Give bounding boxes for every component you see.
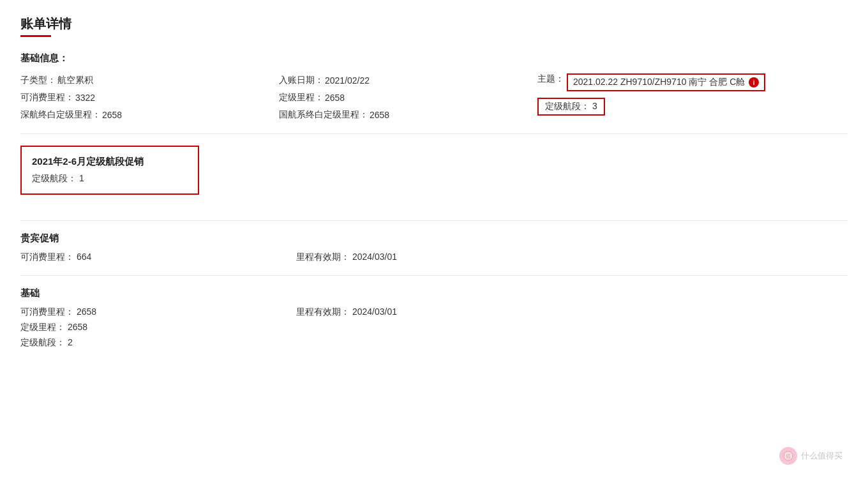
entry-date-row: 入账日期： 2021/02/22 xyxy=(279,73,537,87)
basic-col1: 子类型： 航空累积 可消费里程： 3322 深航终白定级里程： 2658 xyxy=(20,73,279,122)
basic-col2: 入账日期： 2021/02/22 定级里程： 2658 国航系终白定级里程： 2… xyxy=(279,73,537,122)
base-info-grid: 可消费里程： 2658 里程有效期： 2024/03/01 定级里程： 2658… xyxy=(20,306,848,349)
shenhang-miles-value: 2658 xyxy=(102,110,122,120)
shenhang-miles-row: 深航终白定级里程： 2658 xyxy=(20,108,279,122)
dingji-value: 3 xyxy=(592,101,597,111)
rating-miles-row: 定级里程： 2658 xyxy=(279,91,537,105)
vip-consumable-miles: 可消费里程： 664 xyxy=(20,251,296,264)
guohang-miles-label: 国航系终白定级里程： xyxy=(279,109,368,121)
vip-consumable-label: 可消费里程： xyxy=(20,252,74,262)
entry-date-label: 入账日期： xyxy=(279,75,324,86)
consumable-miles-label: 可消费里程： xyxy=(20,92,74,103)
base-expire-date: 里程有效期： 2024/03/01 xyxy=(296,306,572,319)
base-section: 基础 可消费里程： 2658 里程有效期： 2024/03/01 定级里程： 2… xyxy=(20,287,848,349)
base-consumable-value: 2658 xyxy=(77,306,96,317)
subject-highlight-box: 2021.02.22 ZH9710/ZH9710 南宁 合肥 C舱 i xyxy=(567,73,765,91)
rating-miles-value: 2658 xyxy=(325,93,345,103)
promotion-dingji-label: 定级航段： xyxy=(32,173,77,183)
subject-label: 主题： xyxy=(537,73,564,85)
vip-expire-date: 里程有效期： 2024/03/01 xyxy=(296,251,572,264)
promotion-box: 2021年2-6月定级航段促销 定级航段： 1 xyxy=(20,146,199,195)
basic-col3: 主题： 2021.02.22 ZH9710/ZH9710 南宁 合肥 C舱 i … xyxy=(537,73,848,122)
promotion-detail: 定级航段： 1 xyxy=(32,173,188,185)
guohang-miles-row: 国航系终白定级里程： 2658 xyxy=(279,108,537,122)
divider-3 xyxy=(20,275,848,276)
title-underline xyxy=(20,35,51,37)
promotion-section: 2021年2-6月定级航段促销 定级航段： 1 xyxy=(20,146,848,208)
consumable-miles-value: 3322 xyxy=(75,93,95,103)
watermark-icon: 值 xyxy=(779,447,797,465)
base-rating-value: 2658 xyxy=(68,322,87,332)
promotion-title: 2021年2-6月定级航段促销 xyxy=(32,156,188,168)
watermark-text: 什么值得买 xyxy=(801,450,842,462)
base-consumable-miles: 可消费里程： 2658 xyxy=(20,306,296,319)
dingji-highlight-box: 定级航段： 3 xyxy=(537,98,605,116)
divider-2 xyxy=(20,220,848,221)
rating-miles-label: 定级里程： xyxy=(279,92,324,103)
base-expire-value: 2024/03/01 xyxy=(352,306,397,317)
entry-date-value: 2021/02/22 xyxy=(325,75,370,86)
guohang-miles-value: 2658 xyxy=(370,110,389,120)
vip-expire-value: 2024/03/01 xyxy=(352,252,397,262)
base-dingji-label: 定级航段： xyxy=(20,337,65,347)
subtype-row: 子类型： 航空累积 xyxy=(20,73,279,87)
info-icon: i xyxy=(749,77,759,87)
subject-value: 2021.02.22 ZH9710/ZH9710 南宁 合肥 C舱 xyxy=(573,77,745,88)
basic-info-section: 基础信息： 子类型： 航空累积 可消费里程： 3322 深航终白定级里程： 26… xyxy=(20,52,848,122)
shenhang-miles-label: 深航终白定级里程： xyxy=(20,109,101,121)
divider-1 xyxy=(20,133,848,134)
page-container: 账单详情 基础信息： 子类型： 航空累积 可消费里程： 3322 深航终白定级里… xyxy=(0,0,868,484)
basic-info-title: 基础信息： xyxy=(20,52,848,64)
dingji-label: 定级航段： xyxy=(545,101,590,111)
base-rating-miles: 定级里程： 2658 xyxy=(20,321,296,334)
base-dingji-value: 2 xyxy=(68,337,73,347)
base-consumable-label: 可消费里程： xyxy=(20,306,74,317)
base-rating-label: 定级里程： xyxy=(20,322,65,332)
subtype-value: 航空累积 xyxy=(57,75,93,86)
watermark: 值 什么值得买 xyxy=(779,447,842,465)
base-section-title: 基础 xyxy=(20,287,848,299)
subtype-label: 子类型： xyxy=(20,75,56,86)
vip-consumable-value: 664 xyxy=(77,252,91,262)
promotion-dingji-value: 1 xyxy=(79,173,84,183)
basic-info-grid: 子类型： 航空累积 可消费里程： 3322 深航终白定级里程： 2658 入账日… xyxy=(20,73,848,122)
base-dingji-segment: 定级航段： 2 xyxy=(20,337,296,349)
svg-text:值: 值 xyxy=(786,453,791,459)
consumable-miles-row: 可消费里程： 3322 xyxy=(20,91,279,105)
vip-expire-label: 里程有效期： xyxy=(296,252,350,262)
vip-promotion-title: 贵宾促销 xyxy=(20,232,848,245)
vip-info-grid: 可消费里程： 664 里程有效期： 2024/03/01 xyxy=(20,251,848,264)
subject-row: 主题： 2021.02.22 ZH9710/ZH9710 南宁 合肥 C舱 i xyxy=(537,73,848,91)
dingji-row: 定级航段： 3 xyxy=(537,95,848,116)
vip-promotion-section: 贵宾促销 可消费里程： 664 里程有效期： 2024/03/01 xyxy=(20,232,848,264)
page-title: 账单详情 xyxy=(20,15,848,33)
base-expire-label: 里程有效期： xyxy=(296,306,350,317)
